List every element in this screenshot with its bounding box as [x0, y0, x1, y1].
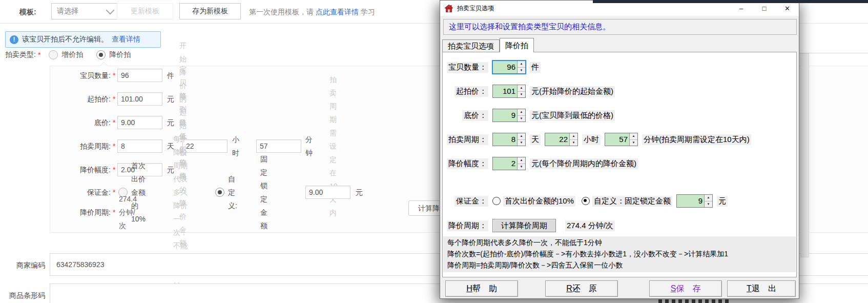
dlg-quantity-label: 宝贝数量：	[447, 62, 488, 73]
step-label: 降价幅度:	[50, 163, 111, 176]
background-page-edge	[799, 53, 868, 53]
cycle-minutes-unit: 分钟	[305, 133, 313, 159]
dlg-period-value: 274.4 分钟/次	[565, 220, 615, 231]
dlg-step-label: 降价幅度：	[447, 158, 488, 169]
page-scrollbar[interactable]	[800, 53, 809, 257]
quantity-input[interactable]	[117, 69, 162, 82]
dlg-deposit-radio-percent[interactable]	[492, 197, 501, 205]
dialog-subtitle: 这里可以选择和设置拍卖类型宝贝的相关信息。	[449, 22, 610, 32]
floor-price-label: 底价:	[50, 116, 111, 129]
notice-details-link[interactable]: 查看详情	[112, 35, 140, 44]
floor-price-unit: 元	[167, 116, 174, 129]
floor-price-input[interactable]	[117, 116, 162, 129]
dlg-cycle-minutes-unit: 分钟(拍卖周期需设定在10天内)	[642, 134, 751, 145]
spin-down-icon[interactable]: ▼	[630, 140, 637, 146]
start-price-input[interactable]	[117, 92, 162, 106]
spin-up-icon[interactable]: ▲	[518, 133, 525, 140]
dlg-start-price-row: 起拍价： 101 ▲▼ 元(开始降价的起始金额)	[446, 85, 795, 98]
dialog-title: 拍卖宝贝选项	[457, 4, 494, 13]
cycle-hours-unit: 小时	[232, 133, 239, 159]
dlg-start-price-label: 起拍价：	[454, 86, 488, 97]
dlg-step-value[interactable]: 2	[493, 157, 517, 170]
auction-type-row: 拍卖类型: * 增价拍 降价拍	[5, 50, 144, 60]
template-select[interactable]: 请选择	[51, 3, 119, 19]
save-button[interactable]: S保 存	[649, 280, 722, 297]
cycle-days-input[interactable]	[117, 139, 162, 153]
dlg-quantity-value[interactable]: 96	[493, 61, 517, 73]
restore-button[interactable]: R还 原	[545, 280, 618, 297]
info-icon: !	[10, 35, 18, 44]
background-window-sliver	[658, 299, 730, 303]
exit-button[interactable]: T退 出	[727, 280, 796, 297]
dlg-deposit-radio-custom[interactable]	[582, 197, 590, 205]
spin-down-icon[interactable]: ▼	[705, 201, 712, 208]
spin-up-icon[interactable]: ▲	[518, 61, 525, 68]
spin-down-icon[interactable]: ▼	[518, 164, 525, 170]
dlg-quantity-spinbox[interactable]: 96 ▲▼	[492, 60, 526, 74]
spin-up-icon[interactable]: ▲	[518, 157, 525, 164]
dlg-floor-price-value[interactable]: 9	[493, 109, 517, 122]
dlg-deposit-unit: 元	[717, 196, 728, 207]
dlg-cycle-hours-value[interactable]: 22	[545, 133, 569, 146]
required-asterisk: *	[113, 206, 115, 219]
dlg-period-row: 降价周期： 计算降价周期 274.4 分钟/次	[446, 219, 795, 232]
auction-options-dialog: 拍卖宝贝选项 – □ ✕ 这里可以选择和设置拍卖类型宝贝的相关信息。 拍卖宝贝选…	[440, 0, 799, 299]
dlg-start-price-spinbox[interactable]: 101 ▲▼	[492, 85, 526, 98]
dialog-tabs: 拍卖宝贝选项 降价拍	[442, 37, 534, 52]
radio-icon[interactable]	[49, 50, 58, 59]
calc-period-button[interactable]: 计算降价周期	[492, 219, 556, 232]
dlg-step-row: 降价幅度： 2 ▲▼ 元(每个降价周期内的降价金额)	[446, 157, 795, 170]
radio-option-increase[interactable]: 增价拍	[49, 50, 83, 59]
spin-up-icon[interactable]: ▲	[518, 109, 525, 116]
background-window-top-strip	[593, 0, 868, 3]
dlg-cycle-hours-spinbox[interactable]: 22 ▲▼	[545, 133, 578, 146]
spin-down-icon[interactable]: ▼	[518, 140, 525, 146]
spin-down-icon[interactable]: ▼	[518, 68, 525, 74]
help-button[interactable]: H帮 助	[445, 280, 518, 297]
house-icon	[445, 5, 453, 12]
help-line-3: 降价周期=拍卖周期/降价次数－>四舍五入保留一位小数	[447, 259, 792, 271]
dlg-cycle-minutes-value[interactable]: 57	[605, 133, 629, 146]
spin-up-icon[interactable]: ▲	[705, 195, 712, 201]
cycle-hours-input[interactable]	[182, 139, 228, 153]
dlg-step-unit: 元(每个降价周期内的降价金额)	[530, 158, 638, 169]
chevron-down-icon	[106, 6, 115, 15]
deposit-option2-label: 自定义:	[228, 172, 237, 212]
radio-option-decrease[interactable]: 降价拍	[96, 50, 131, 59]
tab-decrease-auction[interactable]: 降价拍	[500, 38, 534, 52]
cycle-minutes-input[interactable]	[256, 139, 301, 153]
view-details-link[interactable]: 点此查看详情	[316, 8, 359, 16]
dlg-floor-price-spinbox[interactable]: 9 ▲▼	[492, 109, 526, 122]
spin-up-icon[interactable]: ▲	[630, 133, 637, 140]
save-as-new-template-button[interactable]: 存为新模板	[179, 3, 241, 19]
spin-up-icon[interactable]: ▲	[570, 133, 577, 140]
dlg-deposit-label: 保证金：	[454, 196, 488, 207]
spin-down-icon[interactable]: ▼	[518, 92, 525, 98]
dlg-step-spinbox[interactable]: 2 ▲▼	[492, 157, 526, 170]
required-asterisk: *	[113, 116, 115, 129]
tab-auction-options[interactable]: 拍卖宝贝选项	[442, 39, 500, 52]
dlg-cycle-days-value[interactable]: 8	[493, 133, 517, 146]
dlg-cycle-minutes-spinbox[interactable]: 57 ▲▼	[605, 133, 638, 146]
auction-type-label: 拍卖类型:	[5, 50, 36, 59]
quantity-unit: 件	[167, 69, 174, 82]
radio-checked-icon[interactable]	[96, 50, 106, 59]
update-template-button[interactable]: 更新模板	[117, 3, 173, 19]
deposit-radio-custom[interactable]	[215, 188, 224, 197]
template-select-value: 请选择	[57, 7, 78, 16]
help-line-2: 降价次数=(起拍价-底价)/降价幅度－>有小数去掉小数进1，没小数不改变－>计算…	[447, 248, 792, 259]
spin-up-icon[interactable]: ▲	[518, 85, 525, 92]
deposit-label: 保证金:	[50, 186, 111, 199]
start-price-label: 起拍价:	[50, 92, 111, 106]
dlg-cycle-days-spinbox[interactable]: 8 ▲▼	[492, 133, 526, 146]
spin-down-icon[interactable]: ▼	[570, 140, 577, 146]
template-label: 模板:	[19, 8, 36, 17]
dialog-subtitle-strip: 这里可以选择和设置拍卖类型宝贝的相关信息。	[443, 19, 797, 35]
dlg-start-price-value[interactable]: 101	[493, 85, 517, 97]
spin-down-icon[interactable]: ▼	[518, 116, 525, 122]
dlg-deposit-spinbox[interactable]: 9 ▲▼	[676, 194, 713, 208]
dlg-deposit-value[interactable]: 9	[677, 195, 704, 207]
dlg-cycle-hours-unit: 小时	[582, 134, 601, 145]
dlg-quantity-unit: 件	[530, 62, 541, 73]
deposit-input[interactable]	[305, 186, 350, 199]
